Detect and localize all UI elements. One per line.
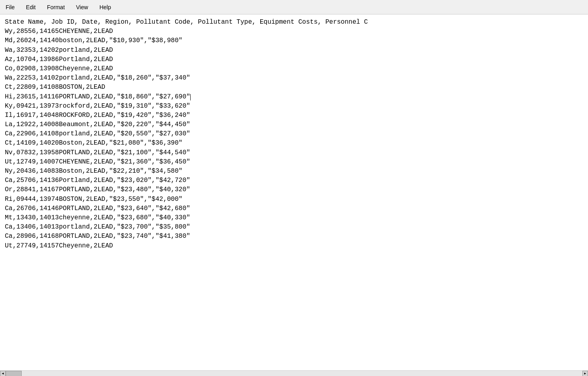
data-line: Wa,22253,14102portland,2LEAD,"$18,260","… (5, 74, 190, 82)
data-line: Ut,27749,14157Cheyenne,2LEAD (5, 242, 113, 249)
edit-menu[interactable]: Edit (24, 3, 38, 11)
horizontal-scrollbar[interactable]: ◀ ▶ (0, 370, 588, 376)
data-line: Ca,28906,14168PORTLAND,2LEAD,"$23,740","… (5, 233, 190, 240)
data-line: Wa,32353,14202portland,2LEAD (5, 47, 113, 54)
scroll-thumb[interactable] (6, 371, 22, 376)
scroll-left-arrow[interactable]: ◀ (0, 371, 6, 376)
scroll-track[interactable] (6, 371, 582, 376)
scroll-right-arrow[interactable]: ▶ (582, 371, 588, 376)
data-line: Ri,09444,13974BOSTON,2LEAD,"$23,550","$4… (5, 196, 183, 203)
data-line: Ca,26706,14146PORTLAND,2LEAD,"$23,640","… (5, 205, 190, 212)
data-line: Ca,13406,14013portland,2LEAD,"$23,700","… (5, 223, 190, 231)
data-line: Nv,07832,13958PORTLAND,2LEAD,"$21,100","… (5, 149, 190, 156)
data-line: Ky,09421,13973rockford,2LEAD,"$19,310","… (5, 102, 190, 110)
format-menu[interactable]: Format (45, 3, 67, 11)
data-line: Ct,14109,14020Boston,2LEAD,"$21,080","$3… (5, 139, 183, 147)
data-line: Ct,22809,14108BOSTON,2LEAD (5, 84, 105, 91)
file-menu[interactable]: File (3, 3, 17, 11)
menu-bar: FileEditFormatViewHelp (0, 0, 588, 14)
data-line: Or,28841,14167PORTLAND,2LEAD,"$23,480","… (5, 186, 190, 193)
data-line: Wy,28556,14165CHEYENNE,2LEAD (5, 28, 113, 35)
data-line: Ca,22906,14108portland,2LEAD,"$20,550","… (5, 130, 190, 137)
data-line: Co,02908,13908Cheyenne,2LEAD (5, 65, 113, 72)
data-line: Az,10704,13986Portland,2LEAD (5, 56, 113, 63)
data-line: Ca,25706,14136Portland,2LEAD,"$23,020","… (5, 177, 190, 184)
data-line: Md,26024,14140boston,2LEAD,"$10,930","$3… (5, 37, 183, 44)
data-line: La,12922,14008Beaumont,2LEAD,"$20,220","… (5, 121, 190, 128)
header-line: State Name, Job ID, Date, Region, Pollut… (5, 18, 368, 26)
data-line: Ut,12749,14007CHEYENNE,2LEAD,"$21,360","… (5, 158, 190, 166)
view-menu[interactable]: View (74, 3, 90, 11)
data-line: Ny,20436,14083Boston,2LEAD,"$22,210","$3… (5, 168, 183, 175)
data-line: Il,16917,14048ROCKFORD,2LEAD,"$19,420","… (5, 112, 190, 119)
text-cursor (190, 94, 191, 100)
text-content: State Name, Job ID, Date, Region, Pollut… (5, 18, 583, 251)
data-line: Mt,13430,14013cheyenne,2LEAD,"$23,680","… (5, 214, 190, 221)
help-menu[interactable]: Help (97, 3, 113, 11)
content-area[interactable]: State Name, Job ID, Date, Region, Pollut… (0, 14, 588, 370)
data-line: Hi,23615,14116PORTLAND,2LEAD,"$18,860","… (5, 93, 191, 100)
